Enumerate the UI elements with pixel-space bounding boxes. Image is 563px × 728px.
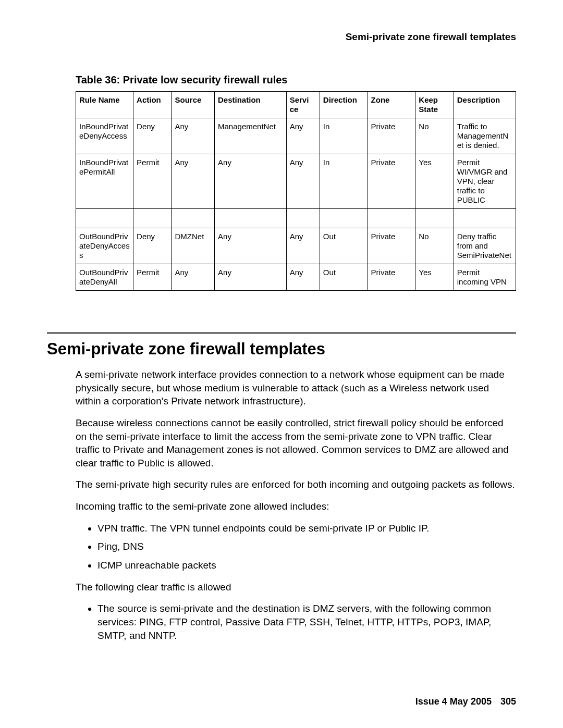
cell-desc: Permit incoming VPN xyxy=(454,264,516,291)
col-header-dest: Destination xyxy=(215,92,287,118)
cell-zone: Private xyxy=(368,264,415,291)
cell-zone: Private xyxy=(368,228,415,264)
col-header-desc: Description xyxy=(454,92,516,118)
cell-svc: Any xyxy=(286,228,320,264)
cell-source: Any xyxy=(172,118,215,154)
empty-cell xyxy=(320,209,368,228)
paragraph: Incoming traffic to the semi-private zon… xyxy=(76,500,516,513)
cell-dir: In xyxy=(320,154,368,209)
col-header-action: Action xyxy=(133,92,172,118)
empty-cell xyxy=(368,209,415,228)
col-header-zone: Zone xyxy=(368,92,415,118)
empty-cell xyxy=(133,209,172,228)
cell-action: Permit xyxy=(133,264,172,291)
bullet-list: The source is semi-private and the desti… xyxy=(76,602,516,642)
cell-rule: InBoundPrivatePermitAll xyxy=(76,154,133,209)
cell-zone: Private xyxy=(368,154,415,209)
paragraph: The semi-private high security rules are… xyxy=(76,478,516,491)
cell-action: Deny xyxy=(133,228,172,264)
footer-issue: Issue 4 May 2005 xyxy=(415,696,492,707)
cell-rule: OutBoundPrivateDenyAccess xyxy=(76,228,133,264)
cell-desc: Permit WI/VMGR and VPN, clear traffic to… xyxy=(454,154,516,209)
list-item: Ping, DNS xyxy=(97,540,516,553)
cell-action: Permit xyxy=(133,154,172,209)
cell-dest: Any xyxy=(215,264,287,291)
cell-dest: Any xyxy=(215,228,287,264)
table-row: OutBoundPrivateDenyAllPermitAnyAnyAnyOut… xyxy=(76,264,516,291)
cell-rule: OutBoundPrivateDenyAll xyxy=(76,264,133,291)
cell-dir: In xyxy=(320,118,368,154)
paragraph: A semi-private network interface provide… xyxy=(76,368,516,408)
empty-cell xyxy=(415,209,454,228)
cell-source: Any xyxy=(172,154,215,209)
table-row: InBoundPrivatePermitAllPermitAnyAnyAnyIn… xyxy=(76,154,516,209)
running-head: Semi-private zone firewall templates xyxy=(47,31,516,43)
section-divider xyxy=(47,332,516,334)
cell-dir: Out xyxy=(320,228,368,264)
list-item: VPN traffic. The VPN tunnel endpoints co… xyxy=(97,522,516,535)
section-title: Semi-private zone firewall templates xyxy=(47,340,516,359)
cell-dest: Any xyxy=(215,154,287,209)
cell-dest: ManagementNet xyxy=(215,118,287,154)
table-caption: Table 36: Private low security firewall … xyxy=(76,74,516,86)
cell-keep: No xyxy=(415,118,454,154)
paragraph: Because wireless connections cannot be e… xyxy=(76,416,516,470)
document-page: Semi-private zone firewall templates Tab… xyxy=(0,0,563,728)
cell-dir: Out xyxy=(320,264,368,291)
list-item: The source is semi-private and the desti… xyxy=(97,602,516,642)
bullet-list: VPN traffic. The VPN tunnel endpoints co… xyxy=(76,522,516,572)
cell-svc: Any xyxy=(286,118,320,154)
cell-desc: Deny traffic from and SemiPrivateNet xyxy=(454,228,516,264)
table-row: InBoundPrivateDenyAccessDenyAnyManagemen… xyxy=(76,118,516,154)
list-item: ICMP unreachable packets xyxy=(97,559,516,572)
table-row xyxy=(76,209,516,228)
empty-cell xyxy=(172,209,215,228)
table-header-row: Rule Name Action Source Destination Serv… xyxy=(76,92,516,118)
col-header-dir: Direction xyxy=(320,92,368,118)
footer-page-number: 305 xyxy=(500,696,516,707)
cell-zone: Private xyxy=(368,118,415,154)
col-header-rule: Rule Name xyxy=(76,92,133,118)
body-text: A semi-private network interface provide… xyxy=(76,368,516,642)
col-header-keep: Keep State xyxy=(415,92,454,118)
firewall-rules-table: Rule Name Action Source Destination Serv… xyxy=(76,91,516,291)
cell-source: Any xyxy=(172,264,215,291)
page-footer: Issue 4 May 2005 305 xyxy=(415,696,516,707)
paragraph: The following clear traffic is allowed xyxy=(76,581,516,594)
cell-keep: Yes xyxy=(415,154,454,209)
cell-svc: Any xyxy=(286,264,320,291)
table-row: OutBoundPrivateDenyAccessDenyDMZNetAnyAn… xyxy=(76,228,516,264)
col-header-source: Source xyxy=(172,92,215,118)
cell-keep: No xyxy=(415,228,454,264)
empty-cell xyxy=(215,209,287,228)
cell-svc: Any xyxy=(286,154,320,209)
cell-desc: Traffic to ManagementNet is denied. xyxy=(454,118,516,154)
cell-keep: Yes xyxy=(415,264,454,291)
cell-source: DMZNet xyxy=(172,228,215,264)
empty-cell xyxy=(286,209,320,228)
cell-rule: InBoundPrivateDenyAccess xyxy=(76,118,133,154)
col-header-svc: Servi ce xyxy=(286,92,320,118)
empty-cell xyxy=(454,209,516,228)
empty-cell xyxy=(76,209,133,228)
cell-action: Deny xyxy=(133,118,172,154)
